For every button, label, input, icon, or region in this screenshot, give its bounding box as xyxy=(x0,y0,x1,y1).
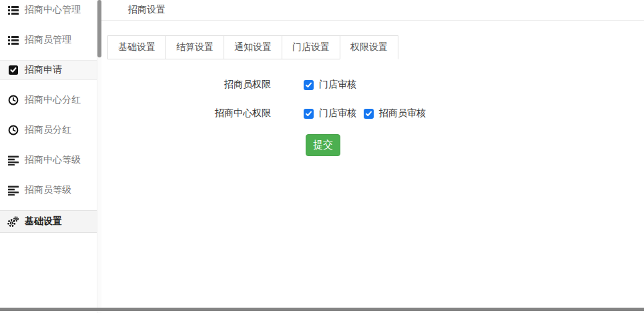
sidebar-item-label: 招商员管理 xyxy=(25,34,71,46)
sidebar-item-label: 招商员等级 xyxy=(25,184,71,196)
sidebar-scrollbar-track[interactable] xyxy=(97,0,101,313)
sidebar: 招商中心管理 招商员管理 招商申请 xyxy=(0,0,97,313)
checkbox-label: 门店审核 xyxy=(319,107,356,119)
sidebar-item-merchant-staff-mgmt[interactable]: 招商员管理 xyxy=(0,30,97,50)
sidebar-item-label: 招商中心管理 xyxy=(25,4,81,16)
sidebar-item-merchant-apply[interactable]: 招商申请 xyxy=(0,60,97,80)
sidebar-item-label: 招商申请 xyxy=(25,64,62,76)
sidebar-item-staff-level[interactable]: 招商员等级 xyxy=(0,180,97,200)
cogs-icon xyxy=(7,216,19,228)
tab-basic-settings[interactable]: 基础设置 xyxy=(107,35,166,59)
checkbox-store-audit[interactable] xyxy=(304,80,314,90)
list-icon xyxy=(7,35,19,46)
sidebar-item-merchant-center-mgmt[interactable]: 招商中心管理 xyxy=(0,0,97,20)
clock-icon xyxy=(7,125,19,136)
submit-button[interactable]: 提交 xyxy=(306,134,340,156)
check-icon xyxy=(365,110,372,117)
check-square-icon xyxy=(7,65,19,76)
page-header: 招商设置 xyxy=(101,0,644,21)
sidebar-item-label: 基础设置 xyxy=(25,216,62,228)
align-left-icon xyxy=(7,185,19,196)
sidebar-item-label: 招商中心分红 xyxy=(25,94,81,106)
sidebar-item-basic-settings[interactable]: 基础设置 xyxy=(0,210,97,233)
checkbox-group-store-audit: 门店审核 xyxy=(304,79,356,91)
tab-permission-settings[interactable]: 权限设置 xyxy=(340,35,398,59)
form-row-staff-permission: 招商员权限 门店审核 xyxy=(101,77,644,93)
page-title: 招商设置 xyxy=(128,4,166,16)
checkbox-group-store-audit: 门店审核 xyxy=(304,107,356,119)
check-icon xyxy=(305,110,312,117)
check-icon xyxy=(305,81,312,89)
form-label: 招商中心权限 xyxy=(101,107,287,119)
horizontal-scrollbar[interactable] xyxy=(0,308,644,311)
sidebar-item-label: 招商中心等级 xyxy=(25,154,81,166)
checkbox-staff-audit[interactable] xyxy=(364,109,374,119)
sidebar-item-staff-dividend[interactable]: 招商员分红 xyxy=(0,120,97,140)
permission-form: 招商员权限 门店审核 招商中心权限 xyxy=(101,77,644,156)
checkbox-label: 招商员审核 xyxy=(379,107,426,119)
app-window: 招商中心管理 招商员管理 招商申请 xyxy=(0,0,644,313)
align-left-icon xyxy=(7,155,19,166)
tab-store-settings[interactable]: 门店设置 xyxy=(282,35,340,59)
sidebar-item-center-dividend[interactable]: 招商中心分红 xyxy=(0,90,97,110)
main-content: 招商设置 基础设置 结算设置 通知设置 门店设置 权限设置 招商员权限 门店审核 xyxy=(101,0,644,313)
form-label: 招商员权限 xyxy=(101,79,287,91)
submit-row: 提交 xyxy=(101,134,644,156)
checkbox-label: 门店审核 xyxy=(319,79,356,91)
sidebar-item-label: 招商员分红 xyxy=(25,124,71,136)
tab-settlement-settings[interactable]: 结算设置 xyxy=(166,35,224,59)
form-row-center-permission: 招商中心权限 门店审核 招商员审核 xyxy=(101,105,644,121)
clock-icon xyxy=(7,95,19,106)
sidebar-scrollbar-thumb[interactable] xyxy=(97,0,101,57)
list-icon xyxy=(7,5,19,16)
sidebar-item-center-level[interactable]: 招商中心等级 xyxy=(0,150,97,170)
checkbox-group-staff-audit: 招商员审核 xyxy=(364,107,426,119)
tab-notify-settings[interactable]: 通知设置 xyxy=(224,35,282,59)
settings-tabs: 基础设置 结算设置 通知设置 门店设置 权限设置 xyxy=(107,35,644,59)
checkbox-store-audit[interactable] xyxy=(304,109,314,119)
